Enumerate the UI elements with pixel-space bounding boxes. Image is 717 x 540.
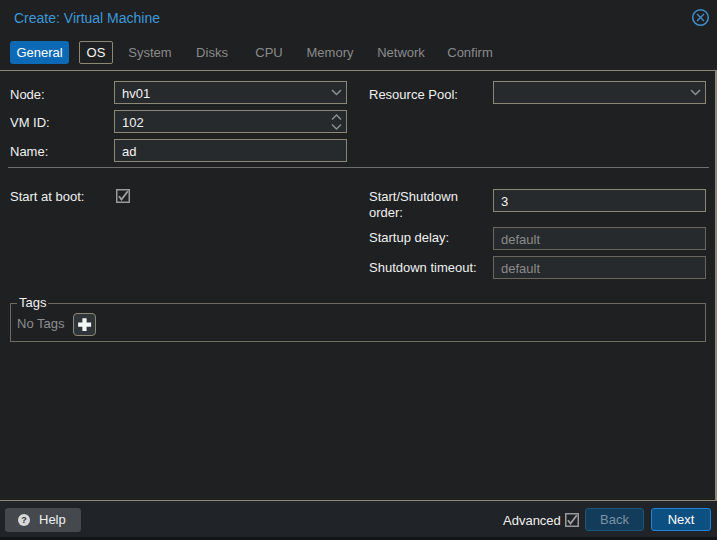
svg-text:?: ? [21, 515, 27, 525]
